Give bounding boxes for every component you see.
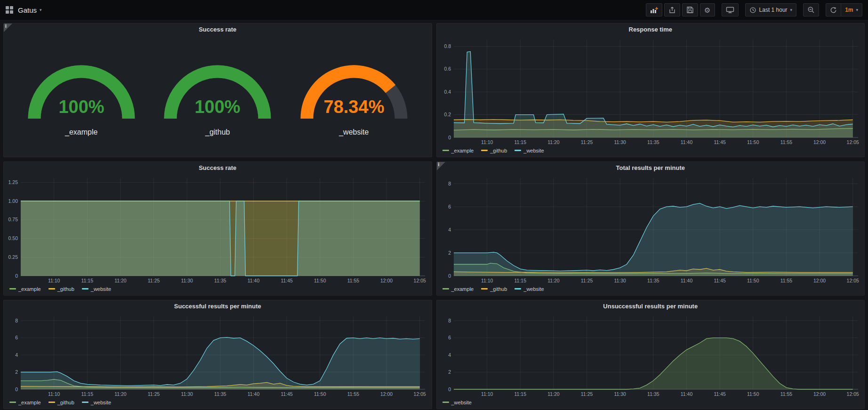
panel-info-icon[interactable]: i (437, 162, 445, 170)
x-tick-label: 11:10 (48, 278, 60, 283)
panel-title[interactable]: Success rate (4, 162, 432, 174)
caret-down-icon: ▾ (40, 8, 42, 12)
panel-title[interactable]: Success rate (4, 24, 432, 35)
panel-title[interactable]: Total results per minute (437, 162, 865, 174)
legend-color-dash (481, 288, 488, 289)
gauge-arc: 100% (17, 54, 145, 126)
y-tick-label: 4 (448, 227, 451, 233)
time-range-picker-button[interactable]: Last 1 hour ▾ (745, 3, 797, 16)
cycle-view-mode-button[interactable] (722, 3, 739, 16)
chart-legend: _website (437, 398, 865, 409)
zoom-out-icon (807, 6, 815, 14)
legend-label: _website (523, 148, 544, 153)
legend-label: _github (57, 400, 74, 405)
apps-grid-icon[interactable] (6, 6, 13, 14)
y-tick-label: 2 (448, 369, 451, 375)
legend-item-_github[interactable]: _github (48, 286, 74, 292)
chart-area[interactable]: 00.20.40.60.811:1011:1511:2011:2511:3011… (437, 35, 865, 146)
monitor-icon (726, 6, 734, 14)
navbar-right: ⚙ Last 1 hour ▾ (646, 3, 862, 16)
chart-area[interactable]: 0246811:1011:1511:2011:2511:3011:3511:40… (437, 174, 865, 285)
legend-item-_website[interactable]: _website (442, 400, 472, 405)
x-tick-label: 11:25 (148, 278, 160, 283)
refresh-button[interactable] (826, 3, 841, 16)
legend-item-_example[interactable]: _example (9, 286, 41, 292)
y-tick-label: 2 (448, 250, 451, 256)
panel-actions-group: ⚙ (646, 3, 715, 16)
x-tick-label: 11:20 (547, 278, 560, 283)
x-tick-label: 11:15 (81, 391, 94, 397)
legend-item-_website[interactable]: _website (82, 286, 111, 292)
series-area-_website (21, 201, 420, 276)
x-tick-label: 12:00 (813, 278, 825, 283)
panel-title[interactable]: Successful results per minute (4, 300, 432, 312)
add-panel-button[interactable] (646, 3, 662, 16)
y-tick-label: 0.50 (8, 235, 18, 241)
timeseries-chart[interactable]: 0246811:1011:1511:2011:2511:3011:3511:40… (4, 312, 432, 398)
y-tick-label: 0.6 (444, 66, 451, 72)
x-tick-label: 11:55 (780, 139, 792, 145)
caret-down-icon: ▾ (856, 8, 858, 12)
dashboard-title: Gatus (18, 6, 37, 14)
panel-title[interactable]: Response time (437, 24, 865, 35)
legend-label: _example (451, 286, 474, 292)
timeseries-chart[interactable]: 0246811:1011:1511:2011:2511:3011:3511:40… (437, 312, 865, 398)
x-tick-label: 12:00 (380, 391, 393, 397)
y-tick-label: 0.2 (444, 112, 451, 117)
x-tick-label: 11:20 (114, 278, 127, 283)
x-tick-label: 12:05 (414, 391, 426, 397)
x-tick-label: 12:05 (846, 278, 859, 283)
time-range-label: Last 1 hour (759, 7, 788, 13)
x-tick-label: 12:00 (813, 139, 825, 145)
panel-title[interactable]: Unsuccessful results per minute (437, 300, 865, 312)
legend-item-_github[interactable]: _github (481, 286, 507, 292)
refresh-interval-label: 1m (845, 7, 853, 13)
timeseries-chart[interactable]: 0246811:1011:1511:2011:2511:3011:3511:40… (437, 174, 865, 285)
legend-color-dash (442, 288, 449, 289)
chart-area[interactable]: 00.250.500.751.001.2511:1011:1511:2011:2… (4, 174, 432, 285)
x-tick-label: 11:10 (48, 391, 60, 397)
x-tick-label: 11:40 (680, 391, 692, 397)
x-tick-label: 11:40 (248, 278, 260, 283)
dashboard-settings-button[interactable]: ⚙ (700, 3, 715, 16)
series-area-_website (21, 338, 420, 389)
gauge-arc: 100% (153, 54, 281, 126)
legend-item-_website[interactable]: _website (514, 286, 544, 292)
legend-item-_example[interactable]: _example (442, 286, 474, 292)
legend-label: _github (57, 286, 74, 292)
x-tick-label: 11:55 (347, 391, 360, 397)
save-dashboard-button[interactable] (682, 3, 698, 16)
chart-legend: _example_github_website (4, 285, 432, 295)
x-tick-label: 11:30 (614, 139, 626, 145)
refresh-interval-dropdown[interactable]: 1m ▾ (841, 3, 862, 16)
timeseries-chart[interactable]: 00.250.500.751.001.2511:1011:1511:2011:2… (4, 174, 432, 285)
caret-down-icon: ▾ (790, 8, 793, 12)
timeseries-chart[interactable]: 00.20.40.60.811:1011:1511:2011:2511:3011… (437, 35, 865, 146)
share-icon (668, 6, 676, 14)
x-tick-label: 11:30 (181, 391, 193, 397)
gauge-value-text: 78.34% (323, 97, 384, 117)
legend-color-dash (481, 150, 488, 151)
x-tick-label: 11:25 (580, 391, 593, 397)
legend-item-_github[interactable]: _github (48, 400, 74, 405)
legend-color-dash (48, 288, 55, 289)
x-tick-label: 11:30 (181, 278, 193, 283)
legend-item-_website[interactable]: _website (514, 148, 544, 153)
x-tick-label: 11:45 (714, 139, 726, 145)
panel-success-rate-gauges: i Success rate 100%_example100%_github78… (3, 23, 432, 157)
dashboard-title-dropdown[interactable]: Gatus ▾ (18, 6, 42, 14)
chart-area[interactable]: 0246811:1011:1511:2011:2511:3011:3511:40… (437, 312, 865, 398)
x-tick-label: 11:20 (114, 391, 127, 397)
legend-item-_website[interactable]: _website (82, 400, 111, 405)
gauge-label: _website (339, 128, 369, 137)
share-dashboard-button[interactable] (664, 3, 680, 16)
legend-item-_example[interactable]: _example (442, 148, 474, 153)
panel-response-time: Response time 00.20.40.60.811:1011:1511:… (436, 23, 865, 157)
legend-label: _example (451, 148, 474, 153)
chart-area[interactable]: 0246811:1011:1511:2011:2511:3011:3511:40… (4, 312, 432, 398)
legend-item-_example[interactable]: _example (9, 400, 41, 405)
zoom-out-button[interactable] (803, 3, 819, 16)
legend-label: _website (91, 286, 111, 292)
panel-info-icon[interactable]: i (4, 24, 12, 32)
legend-item-_github[interactable]: _github (481, 148, 507, 153)
